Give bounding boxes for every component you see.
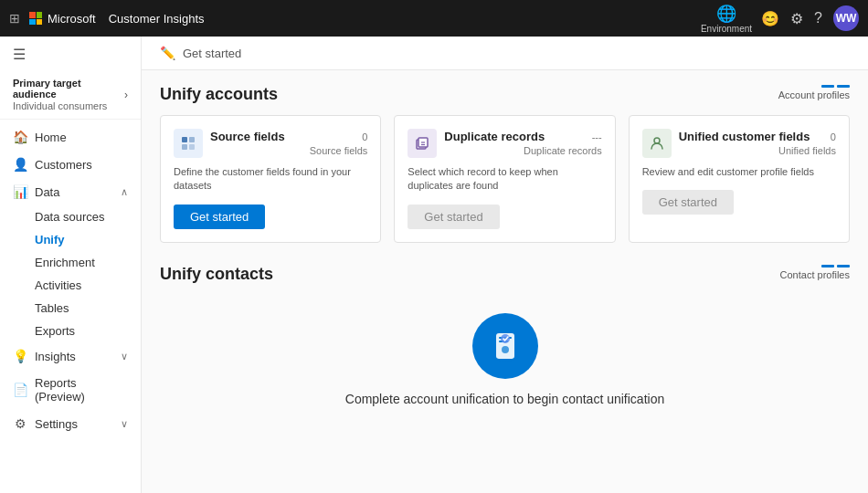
cards-row: Source fields 0 Source fields Define the… (160, 115, 850, 243)
sidebar-item-insights[interactable]: 💡 Insights ∨ (0, 342, 141, 370)
main-content: ✏️ Get started Unify accounts Account pr… (142, 37, 868, 493)
insights-icon: 💡 (13, 349, 27, 363)
insights-expand-icon: ∨ (121, 351, 128, 362)
section1-header: Unify accounts Account profiles (160, 85, 850, 104)
unified-fields-get-started-button: Get started (642, 190, 734, 215)
edit-icon: ✏️ (160, 46, 175, 60)
duplicate-records-count: --- (592, 131, 602, 142)
topbar-icons: 😊 ⚙ ? WW (761, 5, 859, 31)
sidebar-item-home-label: Home (35, 131, 67, 144)
sidebar-item-reports[interactable]: 📄 Reports (Preview) (0, 370, 141, 410)
help-icon[interactable]: ? (814, 10, 822, 26)
contacts-circle-icon (472, 313, 538, 379)
sidebar-item-insights-label: Insights (35, 350, 76, 363)
contact-dash2 (837, 265, 850, 267)
unified-customer-fields-icon (642, 129, 672, 158)
settings-icon[interactable]: ⚙ (790, 10, 803, 27)
svg-point-12 (502, 346, 509, 353)
audience-chevron-icon[interactable]: › (124, 89, 128, 101)
source-fields-icon (174, 129, 203, 158)
svg-rect-0 (182, 137, 187, 142)
source-fields-title-group: Source fields 0 Source fields (210, 130, 367, 157)
duplicate-records-card: Duplicate records --- Duplicate records … (394, 115, 615, 243)
unified-customer-fields-title-group: Unified customer fields 0 Unified fields (679, 130, 836, 157)
unified-fields-count-label: Unified fields (778, 145, 836, 156)
account-profiles-label: Account profiles (778, 89, 850, 100)
reports-icon: 📄 (13, 383, 27, 397)
sidebar-item-customers[interactable]: 👤 Customers (0, 151, 141, 178)
sidebar-item-unify[interactable]: Unify (35, 228, 141, 251)
avatar[interactable]: WW (833, 5, 859, 31)
environment-label: 🌐 Environment (701, 4, 752, 34)
sidebar: ☰ Primary target audience Individual con… (0, 37, 142, 493)
sidebar-item-activities[interactable]: Activities (35, 274, 141, 297)
duplicate-records-count-label: Duplicate records (524, 145, 602, 156)
duplicate-records-header: Duplicate records --- Duplicate records (408, 129, 601, 158)
duplicate-records-title-group: Duplicate records --- Duplicate records (444, 130, 601, 157)
customers-icon: 👤 (13, 157, 27, 172)
contacts-message: Complete account unification to begin co… (345, 392, 664, 406)
sidebar-item-settings[interactable]: ⚙ Settings ∨ (0, 410, 141, 437)
sidebar-item-data-sources[interactable]: Data sources (35, 205, 141, 228)
settings-nav-icon: ⚙ (13, 416, 27, 431)
svg-point-13 (501, 334, 510, 343)
data-icon: 📊 (13, 184, 27, 199)
sidebar-item-home[interactable]: 🏠 Home (0, 123, 141, 151)
sidebar-item-enrichment[interactable]: Enrichment (35, 251, 141, 274)
source-fields-get-started-button[interactable]: Get started (174, 205, 265, 229)
dash1 (821, 85, 834, 88)
unified-customer-fields-title: Unified customer fields (679, 130, 810, 143)
svg-point-8 (654, 138, 660, 143)
duplicate-records-desc: Select which record to keep when duplica… (408, 165, 601, 194)
unified-customer-fields-card: Unified customer fields 0 Unified fields… (629, 115, 850, 243)
section2-title: Unify contacts (160, 265, 273, 284)
source-fields-count: 0 (362, 131, 367, 142)
smiley-icon[interactable]: 😊 (761, 10, 779, 27)
audience-label: Primary target audience (13, 78, 124, 100)
sidebar-item-exports[interactable]: Exports (35, 320, 141, 342)
contact-dash1 (821, 265, 834, 267)
source-fields-title: Source fields (210, 130, 285, 143)
svg-rect-3 (189, 144, 195, 150)
settings-expand-icon: ∨ (121, 418, 128, 430)
duplicate-records-get-started-button: Get started (408, 205, 499, 229)
hamburger-icon[interactable]: ☰ (0, 37, 141, 72)
svg-rect-1 (189, 137, 195, 142)
duplicate-records-title: Duplicate records (444, 130, 545, 143)
topbar: ⊞ Microsoft Customer Insights 🌐 Environm… (0, 0, 868, 37)
brand-name: Microsoft (48, 12, 96, 26)
logo-squares (29, 12, 42, 25)
sidebar-item-data-label: Data (35, 185, 59, 199)
unified-fields-count: 0 (831, 131, 836, 142)
contact-badge-dashes (821, 265, 850, 267)
app-name: Customer Insights (109, 12, 205, 26)
body: ☰ Primary target audience Individual con… (0, 37, 868, 493)
contact-profiles-label: Contact profiles (780, 269, 850, 280)
sidebar-item-data[interactable]: 📊 Data ∧ (0, 178, 141, 205)
contacts-body: Complete account unification to begin co… (160, 295, 850, 415)
unified-customer-fields-desc: Review and edit customer profile fields (642, 165, 836, 179)
sidebar-item-settings-label: Settings (35, 417, 78, 431)
source-fields-card: Source fields 0 Source fields Define the… (160, 115, 381, 243)
sidebar-nav: 🏠 Home 👤 Customers 📊 Data ∧ Data sources… (0, 120, 141, 493)
section2-header: Unify contacts Contact profiles (160, 265, 850, 284)
badge-dashes (821, 85, 850, 88)
main-body: Unify accounts Account profiles (142, 70, 868, 430)
section2: Unify contacts Contact profiles (160, 265, 850, 415)
grid-icon[interactable]: ⊞ (9, 11, 20, 26)
data-collapse-icon: ∧ (121, 186, 128, 198)
contact-profiles-badge: Contact profiles (780, 265, 850, 280)
account-profiles-badge: Account profiles (778, 85, 850, 100)
svg-rect-2 (182, 144, 187, 150)
audience-sub: Individual consumers (13, 100, 124, 111)
source-fields-header: Source fields 0 Source fields (174, 129, 367, 158)
microsoft-logo: Microsoft (29, 12, 96, 26)
sidebar-item-customers-label: Customers (35, 158, 92, 172)
sidebar-item-reports-label: Reports (Preview) (35, 376, 128, 404)
sidebar-item-tables[interactable]: Tables (35, 297, 141, 320)
audience-section: Primary target audience Individual consu… (0, 72, 141, 120)
source-fields-count-label: Source fields (310, 145, 368, 156)
unified-customer-fields-header: Unified customer fields 0 Unified fields (642, 129, 836, 158)
section1-title: Unify accounts (160, 85, 278, 104)
data-subnav: Data sources Unify Enrichment Activities… (0, 205, 141, 342)
